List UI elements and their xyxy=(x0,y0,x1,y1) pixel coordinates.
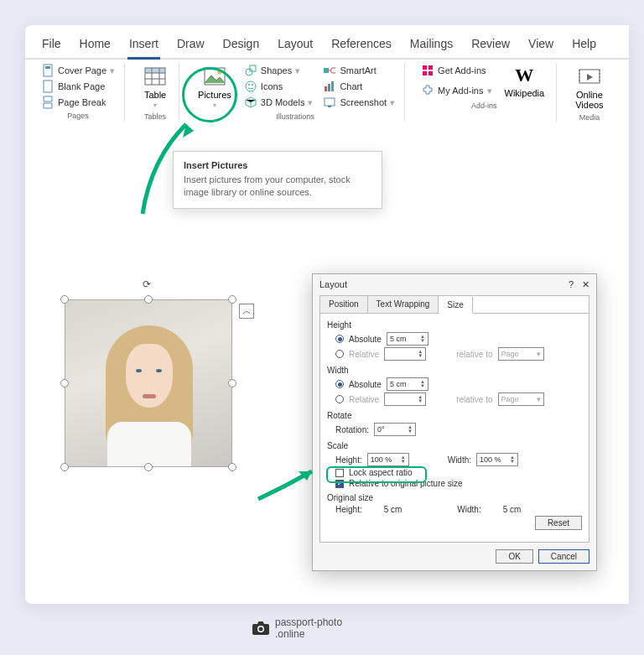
resize-handle[interactable] xyxy=(144,463,153,471)
dialog-close-button[interactable]: ✕ xyxy=(582,279,589,289)
resize-handle[interactable] xyxy=(228,295,236,304)
width-relative-radio[interactable] xyxy=(335,395,344,403)
shapes-button[interactable]: Shapes ▾ xyxy=(242,63,316,78)
layout-options-icon xyxy=(242,306,252,316)
group-media: Online Videos Media xyxy=(564,63,615,122)
resize-handle[interactable] xyxy=(228,379,236,387)
height-relative-to-select[interactable]: Page▾ xyxy=(498,347,544,361)
width-absolute-radio[interactable] xyxy=(335,380,344,388)
camera-icon xyxy=(252,621,270,636)
svg-rect-4 xyxy=(145,68,165,73)
media-group-label: Media xyxy=(579,113,600,122)
tab-layout[interactable]: Layout xyxy=(276,34,314,58)
tab-mailings[interactable]: Mailings xyxy=(408,34,454,58)
tab-draw[interactable]: Draw xyxy=(175,34,206,58)
height-absolute-input[interactable]: 5 cm▲▼ xyxy=(387,332,428,346)
table-button[interactable]: Table▾ xyxy=(138,63,172,111)
tab-insert[interactable]: Insert xyxy=(127,34,160,60)
tab-help[interactable]: Help xyxy=(570,34,598,58)
scale-height-input[interactable]: 100 %▲▼ xyxy=(367,453,409,466)
tab-review[interactable]: Review xyxy=(470,34,512,58)
height-relative-radio[interactable] xyxy=(335,350,344,358)
height-relative-input[interactable]: ▲▼ xyxy=(384,347,426,361)
pictures-icon xyxy=(203,65,226,88)
reset-button[interactable]: Reset xyxy=(535,516,582,530)
svg-rect-18 xyxy=(423,65,427,70)
svg-rect-15 xyxy=(331,81,334,91)
group-tables: Table▾ Tables xyxy=(132,63,179,122)
width-relative-input[interactable]: ▲▼ xyxy=(384,392,426,406)
pages-group-label: Pages xyxy=(67,112,89,120)
svg-rect-12 xyxy=(324,68,329,73)
rotate-section-label: Rotate xyxy=(327,411,582,420)
tab-home[interactable]: Home xyxy=(78,34,112,58)
svg-rect-21 xyxy=(428,71,433,75)
icons-button[interactable]: Icons xyxy=(242,79,316,94)
width-absolute-input[interactable]: 5 cm▲▼ xyxy=(387,377,428,391)
resize-handle[interactable] xyxy=(144,295,153,304)
resize-handle[interactable] xyxy=(60,463,69,471)
video-icon xyxy=(578,65,601,88)
chart-icon xyxy=(323,80,336,93)
height-absolute-radio[interactable] xyxy=(335,335,344,343)
wikipedia-button[interactable]: W Wikipedia xyxy=(500,63,550,100)
tab-view[interactable]: View xyxy=(527,34,555,58)
relative-original-checkbox[interactable]: ✓ xyxy=(335,480,344,488)
dialog-tab-position[interactable]: Position xyxy=(320,296,368,313)
my-addins-button[interactable]: My Add-ins ▾ xyxy=(418,83,494,98)
screenshot-icon xyxy=(323,96,336,109)
passport-photo xyxy=(65,299,232,467)
tab-references[interactable]: References xyxy=(330,34,393,58)
svg-point-11 xyxy=(252,84,253,86)
tooltip-title: Insert Pictures xyxy=(184,160,371,170)
original-size-label: Original size xyxy=(327,493,582,502)
resize-handle[interactable] xyxy=(60,379,69,387)
group-pages: Cover Page ▾ Blank Page Page Break Pages xyxy=(32,63,125,122)
lock-aspect-ratio-checkbox[interactable] xyxy=(335,469,344,477)
layout-options-button[interactable] xyxy=(239,304,254,319)
svg-point-6 xyxy=(217,70,221,75)
svg-rect-2 xyxy=(44,81,52,92)
watermark: passport-photo.online xyxy=(252,616,342,640)
rotate-handle-icon[interactable]: ⟳ xyxy=(143,278,151,290)
selected-picture[interactable]: ⟳ xyxy=(65,299,232,467)
pictures-button[interactable]: Pictures▾ xyxy=(193,63,236,111)
width-relative-to-select[interactable]: Page▾ xyxy=(498,392,544,406)
group-illustrations: Pictures▾ Shapes ▾ Icons 3D Models ▾ Sma… xyxy=(186,63,405,122)
tooltip-body: Insert pictures from your computer, stoc… xyxy=(184,174,371,200)
get-addins-button[interactable]: Get Add-ins xyxy=(418,63,494,78)
illustrations-group-label: Illustrations xyxy=(276,112,314,121)
resize-handle[interactable] xyxy=(228,463,236,471)
tables-group-label: Tables xyxy=(144,112,166,121)
svg-rect-14 xyxy=(328,84,330,91)
online-videos-button[interactable]: Online Videos xyxy=(570,63,608,112)
dialog-help-button[interactable]: ? xyxy=(569,279,574,289)
chart-button[interactable]: Chart xyxy=(320,79,397,94)
svg-rect-1 xyxy=(45,66,50,69)
dialog-title: Layout xyxy=(319,279,347,290)
dialog-tab-size[interactable]: Size xyxy=(439,297,472,314)
svg-point-9 xyxy=(246,81,256,91)
pictures-tooltip: Insert Pictures Insert pictures from you… xyxy=(173,151,382,209)
smartart-button[interactable]: SmartArt xyxy=(320,63,397,78)
ribbon: Cover Page ▾ Blank Page Page Break Pages… xyxy=(25,60,629,123)
width-section-label: Width xyxy=(327,366,582,375)
blank-page-button[interactable]: Blank Page xyxy=(39,79,117,94)
group-addins: Get Add-ins My Add-ins ▾ W Wikipedia Add… xyxy=(412,63,557,122)
scale-width-input[interactable]: 100 %▲▼ xyxy=(476,453,518,466)
svg-rect-19 xyxy=(428,65,433,70)
cover-page-button[interactable]: Cover Page ▾ xyxy=(39,63,117,78)
svg-point-8 xyxy=(246,69,252,75)
cover-page-icon xyxy=(41,64,55,77)
addins-icon xyxy=(421,84,434,97)
cancel-button[interactable]: Cancel xyxy=(538,549,589,564)
page-break-button[interactable]: Page Break xyxy=(39,95,117,110)
screenshot-button[interactable]: Screenshot ▾ xyxy=(320,95,397,110)
3d-models-button[interactable]: 3D Models ▾ xyxy=(242,95,316,110)
tab-design[interactable]: Design xyxy=(221,34,262,58)
tab-file[interactable]: File xyxy=(40,34,63,58)
dialog-tab-textwrapping[interactable]: Text Wrapping xyxy=(368,296,439,313)
rotation-input[interactable]: 0°▲▼ xyxy=(374,423,416,436)
resize-handle[interactable] xyxy=(60,295,69,304)
ok-button[interactable]: OK xyxy=(496,549,532,564)
